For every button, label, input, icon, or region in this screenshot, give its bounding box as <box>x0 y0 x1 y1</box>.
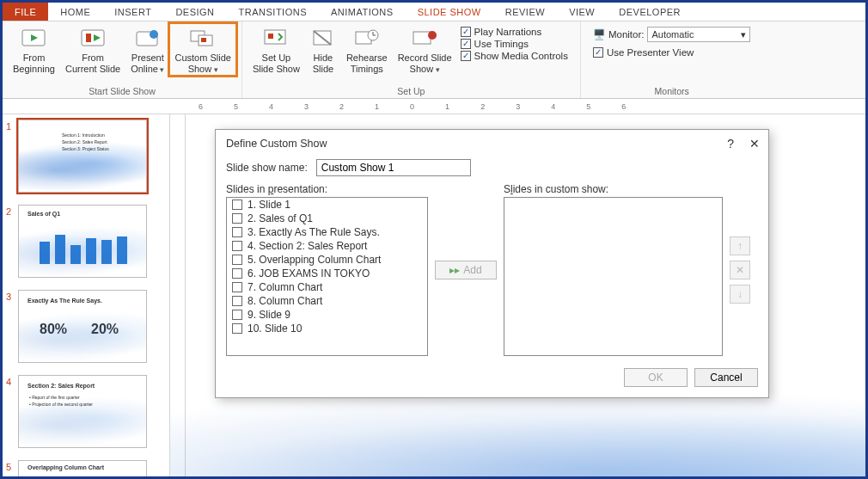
slides-in-presentation-list[interactable]: 1. Slide 1 2. Sales of Q1 3. Exactly As … <box>226 197 428 356</box>
slide-thumbnail-2[interactable]: Sales of Q1 <box>18 205 147 278</box>
list-item[interactable]: 10. Slide 10 <box>227 322 427 335</box>
slide-show-name-input[interactable] <box>316 159 471 176</box>
rehearse-icon <box>354 27 380 51</box>
list-item[interactable]: 2. Sales of Q1 <box>227 212 427 225</box>
slide-thumbnail-4[interactable]: Section 2: Sales Report • Report of the … <box>18 375 147 448</box>
define-custom-show-dialog: Define Custom Show ? ✕ Slide show name: … <box>215 129 769 398</box>
custom-slide-show-button[interactable]: Custom Slide Show <box>169 23 235 76</box>
list-item[interactable]: 9. Slide 9 <box>227 308 427 322</box>
tab-design[interactable]: DESIGN <box>163 3 226 21</box>
slide-thumbnail-5[interactable]: Overlapping Column Chart <box>18 460 147 476</box>
custom-slide-show-icon <box>190 27 216 51</box>
record-icon <box>412 27 437 51</box>
tab-transitions[interactable]: TRANSITIONS <box>227 3 319 21</box>
presenter-view-label: Use Presenter View <box>607 47 694 58</box>
svg-point-6 <box>150 30 158 39</box>
tab-slideshow[interactable]: SLIDE SHOW <box>406 3 493 21</box>
use-timings-label: Use Timings <box>474 39 529 49</box>
tab-review[interactable]: REVIEW <box>493 3 557 21</box>
svg-rect-18 <box>413 32 431 44</box>
present-online-icon <box>135 27 161 51</box>
hide-slide-icon <box>310 27 336 51</box>
hide-slide-label: Hide Slide <box>313 52 333 75</box>
from-beginning-button[interactable]: From Beginning <box>8 23 60 75</box>
set-up-slide-show-button[interactable]: Set Up Slide Show <box>248 23 305 75</box>
present-online-button[interactable]: Present Online <box>125 23 169 76</box>
list-item[interactable]: 4. Section 2: Sales Report <box>227 239 427 253</box>
slide-thumbnail-3[interactable]: Exactly As The Rule Says. 80% 20% <box>18 290 147 363</box>
slide-show-name-label: Slide show name: <box>226 162 308 174</box>
play-narrations-checkbox[interactable]: ✓Play Narrations <box>461 27 568 37</box>
monitor-icon: 🖥️ <box>593 28 605 40</box>
record-slide-show-button[interactable]: Record Slide Show <box>393 23 457 76</box>
from-beginning-icon <box>21 27 46 51</box>
monitor-select[interactable]: Automatic▾ <box>647 27 750 42</box>
tab-view[interactable]: VIEW <box>557 3 607 21</box>
slides-in-presentation-label: Slides in presentation: <box>226 183 428 195</box>
cancel-button[interactable]: Cancel <box>694 368 758 387</box>
dialog-title: Define Custom Show <box>226 138 327 150</box>
ok-button: OK <box>624 368 688 387</box>
from-beginning-label: From Beginning <box>13 52 55 75</box>
svg-point-19 <box>428 31 437 40</box>
record-label: Record Slide Show <box>398 52 452 76</box>
group-setup-label: Set Up <box>248 84 575 98</box>
play-narrations-label: Play Narrations <box>474 27 542 37</box>
dialog-close-button[interactable]: ✕ <box>749 137 760 150</box>
from-current-icon <box>80 27 106 51</box>
move-down-button: ↓ <box>730 285 750 304</box>
group-start-label: Start Slide Show <box>8 84 236 98</box>
list-item[interactable]: 8. Column Chart <box>227 294 427 308</box>
add-button: ▸▸Add <box>435 261 497 279</box>
remove-button: ✕ <box>730 261 750 279</box>
tab-insert[interactable]: INSERT <box>102 3 163 21</box>
presenter-view-checkbox[interactable]: ✓Use Presenter View <box>593 47 751 58</box>
slides-in-custom-show-list[interactable] <box>504 197 723 356</box>
svg-rect-2 <box>82 30 104 46</box>
from-current-label: From Current Slide <box>65 52 120 75</box>
from-current-button[interactable]: From Current Slide <box>60 23 125 75</box>
dialog-help-button[interactable]: ? <box>727 137 734 150</box>
tab-animations[interactable]: ANIMATIONS <box>319 3 406 21</box>
list-item[interactable]: 3. Exactly As The Rule Says. <box>227 225 427 239</box>
rehearse-label: Rehearse Timings <box>346 52 388 75</box>
svg-rect-9 <box>201 38 206 42</box>
monitor-label: Monitor: <box>608 29 645 40</box>
custom-slide-show-label: Custom Slide Show <box>174 52 230 76</box>
slides-in-custom-show-label: Slides in custom show: <box>504 183 723 195</box>
use-timings-checkbox[interactable]: ✓Use Timings <box>461 39 568 49</box>
thumb-number: 3 <box>6 290 18 363</box>
hide-slide-button[interactable]: Hide Slide <box>305 23 341 75</box>
set-up-icon <box>263 27 289 51</box>
thumb-number: 1 <box>6 120 18 193</box>
ribbon: From Beginning From Current Slide Presen… <box>3 21 865 99</box>
svg-rect-3 <box>86 34 91 42</box>
list-item[interactable]: 1. Slide 1 <box>227 198 427 212</box>
ribbon-tabs: FILE HOME INSERT DESIGN TRANSITIONS ANIM… <box>3 3 865 21</box>
tab-home[interactable]: HOME <box>48 3 102 21</box>
list-item[interactable]: 6. JOB EXAMS IN TOKYO <box>227 267 427 280</box>
list-item[interactable]: 5. Overlapping Column Chart <box>227 253 427 267</box>
tab-developer[interactable]: DEVELOPER <box>607 3 693 21</box>
slide-thumbnail-1[interactable]: Section 1: Introduction Section 2: Sales… <box>18 120 147 193</box>
show-media-label: Show Media Controls <box>474 51 568 61</box>
slide-thumbnails-panel[interactable]: 1 Section 1: Introduction Section 2: Sal… <box>3 114 170 476</box>
svg-rect-11 <box>268 34 273 39</box>
list-item[interactable]: 7. Column Chart <box>227 280 427 294</box>
set-up-label: Set Up Slide Show <box>253 52 300 75</box>
present-online-label: Present Online <box>131 52 164 76</box>
thumb-number: 4 <box>6 375 18 448</box>
horizontal-ruler: 6543210123456 <box>3 99 865 114</box>
show-media-checkbox[interactable]: ✓Show Media Controls <box>461 51 568 61</box>
thumb-number: 2 <box>6 205 18 278</box>
tab-file[interactable]: FILE <box>3 3 48 21</box>
move-up-button: ↑ <box>730 236 750 255</box>
thumb-number: 5 <box>6 460 18 476</box>
group-monitors-label: Monitors <box>586 84 758 98</box>
rehearse-timings-button[interactable]: Rehearse Timings <box>341 23 393 75</box>
